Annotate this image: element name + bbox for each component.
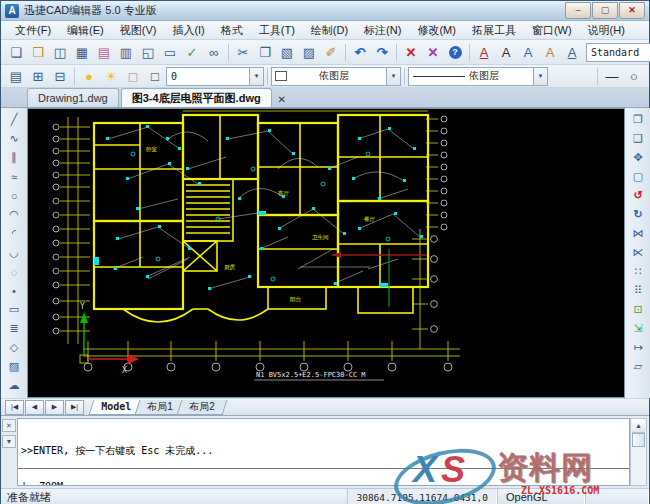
rotate-ref-button[interactable]: ↻ xyxy=(627,205,649,224)
purge-button[interactable]: ✕ xyxy=(422,42,444,63)
plot-button[interactable]: ▥ xyxy=(115,42,137,63)
ellipse-button[interactable]: ◌ xyxy=(3,262,25,281)
menu-dimension[interactable]: 标注(N) xyxy=(356,21,409,39)
redo-button[interactable]: ↷ xyxy=(371,42,393,63)
xline-button[interactable]: ∥ xyxy=(3,148,25,167)
erase-button[interactable]: ✕ xyxy=(400,42,422,63)
tab-drawing1[interactable]: Drawing1.dwg xyxy=(27,88,119,107)
mirror-h-button[interactable]: ⋉ xyxy=(627,243,649,262)
polyline-button[interactable]: ∿ xyxy=(3,129,25,148)
save-all-button[interactable]: ▦ xyxy=(71,42,93,63)
point-button[interactable]: • xyxy=(3,281,25,300)
prev-layout-button[interactable]: ◀ xyxy=(25,400,44,415)
polyline-icon: ∿ xyxy=(9,132,18,145)
box-3d-button[interactable]: ▱ xyxy=(627,357,649,376)
mirror-button[interactable]: ⋈ xyxy=(627,224,649,243)
minimize-button[interactable]: – xyxy=(565,2,591,19)
text-style-button[interactable]: A xyxy=(473,42,495,63)
move-button[interactable]: ✥ xyxy=(627,148,649,167)
mtext-button[interactable]: ≣ xyxy=(3,319,25,338)
cad-canvas[interactable]: 卧室 客厅 厨房 卫生间 阳台 餐厅 xyxy=(27,108,625,398)
menu-insert[interactable]: 插入(I) xyxy=(164,21,212,39)
layer-color-button[interactable]: □ xyxy=(144,66,166,87)
spell-check-button[interactable]: ✓ xyxy=(181,42,203,63)
save-button[interactable]: ◫ xyxy=(49,42,71,63)
line-button[interactable]: ╱ xyxy=(3,110,25,129)
print-preview-button[interactable]: ◱ xyxy=(137,42,159,63)
tab-layout2[interactable]: 布局2 xyxy=(176,400,226,415)
undo-button[interactable]: ↶ xyxy=(349,42,371,63)
line-tool-button[interactable]: — xyxy=(601,66,623,87)
layer-on-button[interactable]: ● xyxy=(78,66,100,87)
print-button[interactable]: ▤ xyxy=(93,42,115,63)
command-history[interactable]: >>ENTER, 按一下右键或 Esc 未完成... '_.ZOOM Zoom:… xyxy=(17,418,630,486)
copy-object-button[interactable]: ❐ xyxy=(627,110,649,129)
text-scale-button[interactable]: A xyxy=(561,42,583,63)
paste-special-button[interactable]: ▨ xyxy=(298,42,320,63)
layer-freeze-button[interactable]: ☀ xyxy=(100,66,122,87)
close-button[interactable]: ✕ xyxy=(619,2,645,19)
menu-edit[interactable]: 编辑(E) xyxy=(59,21,112,39)
hatch-button[interactable]: ▨ xyxy=(3,357,25,376)
open-file-button[interactable]: ❒ xyxy=(27,42,49,63)
tab-floorplan[interactable]: 图3-4底层电照平面图.dwg xyxy=(121,88,272,107)
sketch-button[interactable]: ≈ xyxy=(3,167,25,186)
menu-view[interactable]: 视图(V) xyxy=(112,21,165,39)
linetype-combo[interactable]: 依图层 ▾ xyxy=(408,67,548,86)
arc-button[interactable]: ◠ xyxy=(3,205,25,224)
menu-modify[interactable]: 修改(M) xyxy=(409,21,464,39)
last-layout-button[interactable]: ▶| xyxy=(65,400,84,415)
circle-button[interactable]: ○ xyxy=(3,186,25,205)
text-edit-button[interactable]: A xyxy=(539,42,561,63)
menu-window[interactable]: 窗口(W) xyxy=(524,21,580,39)
polygon-button[interactable]: ◇ xyxy=(3,338,25,357)
scale-button[interactable]: ⊡ xyxy=(627,300,649,319)
layer-states-button[interactable]: ⊞ xyxy=(27,66,49,87)
scroll-thumb[interactable] xyxy=(632,433,645,447)
layer-properties-button[interactable]: ▤ xyxy=(5,66,27,87)
paste-button[interactable]: ▧ xyxy=(276,42,298,63)
text-align-button[interactable]: A xyxy=(517,42,539,63)
revision-cloud-button[interactable]: ☁ xyxy=(3,376,25,395)
format-painter-button[interactable]: ✐ xyxy=(320,42,342,63)
menu-file[interactable]: 文件(F) xyxy=(7,21,59,39)
command-scrollbar[interactable]: ▲ xyxy=(630,418,647,486)
circle-tool-button[interactable]: ○ xyxy=(623,66,645,87)
new-file-button[interactable]: ❏ xyxy=(5,42,27,63)
copy-nested-button[interactable]: ❑ xyxy=(627,129,649,148)
rectangle-button[interactable]: ▭ xyxy=(3,300,25,319)
copy-button[interactable]: ❐ xyxy=(254,42,276,63)
menu-help[interactable]: 说明(H) xyxy=(580,21,633,39)
tab-close-icon[interactable]: ✕ xyxy=(276,94,288,105)
menu-draw[interactable]: 绘制(D) xyxy=(303,21,356,39)
help-button[interactable]: ? xyxy=(444,42,466,63)
find-button[interactable]: ∞ xyxy=(203,42,225,63)
stretch-button[interactable]: ⇲ xyxy=(627,319,649,338)
menu-tools[interactable]: 工具(T) xyxy=(251,21,303,39)
layer-combo[interactable]: 0 ▾ xyxy=(166,67,264,86)
page-setup-button[interactable]: ▭ xyxy=(159,42,181,63)
maximize-button[interactable]: ▢ xyxy=(592,2,618,19)
command-collapse-button[interactable]: ▼ xyxy=(2,435,16,448)
mtext-edit-button[interactable]: A xyxy=(495,42,517,63)
layer-lock-button[interactable]: ◻ xyxy=(122,66,144,87)
menu-format[interactable]: 格式 xyxy=(213,21,251,39)
rotate-button[interactable]: ↺ xyxy=(627,186,649,205)
select-button[interactable]: ▢ xyxy=(627,167,649,186)
arc-cse-button[interactable]: ◡ xyxy=(3,243,25,262)
arc-3pt-button[interactable]: ◜ xyxy=(3,224,25,243)
first-layout-button[interactable]: |◀ xyxy=(5,400,24,415)
array-rect-button[interactable]: ∷ xyxy=(627,262,649,281)
color-combo[interactable]: 依图层 ▾ xyxy=(271,67,401,86)
extend-button[interactable]: ↦ xyxy=(627,338,649,357)
command-close-button[interactable]: ✕ xyxy=(2,419,16,432)
text-style-combo[interactable]: Standard xyxy=(586,43,650,62)
command-input[interactable] xyxy=(18,468,629,485)
scroll-up-icon[interactable]: ▲ xyxy=(632,419,645,433)
array-polar-button[interactable]: ⠿ xyxy=(627,281,649,300)
menu-express[interactable]: 拓展工具 xyxy=(464,21,524,39)
layer-previous-button[interactable]: ⊟ xyxy=(49,66,71,87)
next-layout-button[interactable]: ▶ xyxy=(45,400,64,415)
cut-button[interactable]: ✂ xyxy=(232,42,254,63)
tab-layout2-label: 布局2 xyxy=(189,400,215,414)
